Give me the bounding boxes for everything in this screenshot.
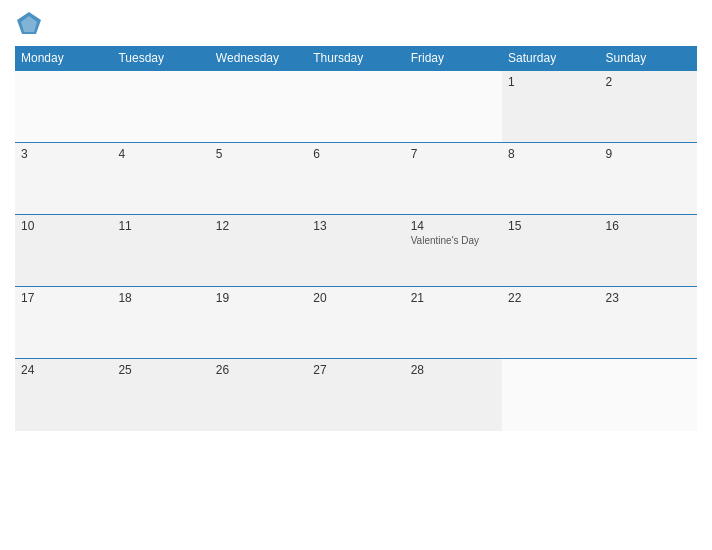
weekday-header-row: MondayTuesdayWednesdayThursdayFridaySatu… (15, 46, 697, 71)
day-number: 20 (313, 291, 398, 305)
calendar-cell: 26 (210, 359, 307, 431)
day-number: 18 (118, 291, 203, 305)
day-number: 25 (118, 363, 203, 377)
calendar-cell (600, 359, 697, 431)
day-number: 24 (21, 363, 106, 377)
day-number: 5 (216, 147, 301, 161)
week-row-5: 2425262728 (15, 359, 697, 431)
day-number: 21 (411, 291, 496, 305)
calendar-cell: 22 (502, 287, 599, 359)
calendar-cell: 1 (502, 71, 599, 143)
calendar-cell (307, 71, 404, 143)
calendar-cell: 23 (600, 287, 697, 359)
calendar-cell: 14Valentine's Day (405, 215, 502, 287)
day-number: 26 (216, 363, 301, 377)
weekday-monday: Monday (15, 46, 112, 71)
header (15, 10, 697, 38)
day-number: 8 (508, 147, 593, 161)
calendar-cell: 19 (210, 287, 307, 359)
weekday-friday: Friday (405, 46, 502, 71)
calendar-cell: 15 (502, 215, 599, 287)
event-label: Valentine's Day (411, 235, 496, 246)
day-number: 16 (606, 219, 691, 233)
calendar-cell: 27 (307, 359, 404, 431)
day-number: 9 (606, 147, 691, 161)
weekday-saturday: Saturday (502, 46, 599, 71)
calendar-cell: 21 (405, 287, 502, 359)
week-row-3: 1011121314Valentine's Day1516 (15, 215, 697, 287)
calendar-cell: 17 (15, 287, 112, 359)
calendar-cell: 3 (15, 143, 112, 215)
week-row-1: 12 (15, 71, 697, 143)
day-number: 17 (21, 291, 106, 305)
calendar-cell: 2 (600, 71, 697, 143)
calendar-cell: 5 (210, 143, 307, 215)
calendar-cell (112, 71, 209, 143)
calendar-cell (502, 359, 599, 431)
week-row-2: 3456789 (15, 143, 697, 215)
day-number: 15 (508, 219, 593, 233)
day-number: 13 (313, 219, 398, 233)
day-number: 1 (508, 75, 593, 89)
calendar-cell (15, 71, 112, 143)
logo-icon (15, 10, 43, 38)
weekday-tuesday: Tuesday (112, 46, 209, 71)
logo (15, 10, 47, 38)
calendar-header: MondayTuesdayWednesdayThursdayFridaySatu… (15, 46, 697, 71)
calendar-cell (210, 71, 307, 143)
weekday-sunday: Sunday (600, 46, 697, 71)
calendar-cell: 28 (405, 359, 502, 431)
day-number: 3 (21, 147, 106, 161)
calendar-cell: 24 (15, 359, 112, 431)
calendar-table: MondayTuesdayWednesdayThursdayFridaySatu… (15, 46, 697, 431)
calendar-cell: 11 (112, 215, 209, 287)
day-number: 7 (411, 147, 496, 161)
day-number: 4 (118, 147, 203, 161)
weekday-thursday: Thursday (307, 46, 404, 71)
calendar-cell: 12 (210, 215, 307, 287)
calendar-cell: 13 (307, 215, 404, 287)
day-number: 2 (606, 75, 691, 89)
day-number: 10 (21, 219, 106, 233)
day-number: 12 (216, 219, 301, 233)
calendar-cell (405, 71, 502, 143)
calendar-cell: 4 (112, 143, 209, 215)
weekday-wednesday: Wednesday (210, 46, 307, 71)
calendar-cell: 9 (600, 143, 697, 215)
calendar-body: 1234567891011121314Valentine's Day151617… (15, 71, 697, 431)
day-number: 28 (411, 363, 496, 377)
day-number: 22 (508, 291, 593, 305)
day-number: 19 (216, 291, 301, 305)
day-number: 11 (118, 219, 203, 233)
day-number: 23 (606, 291, 691, 305)
week-row-4: 17181920212223 (15, 287, 697, 359)
calendar-cell: 20 (307, 287, 404, 359)
calendar-cell: 7 (405, 143, 502, 215)
calendar-cell: 16 (600, 215, 697, 287)
day-number: 27 (313, 363, 398, 377)
day-number: 6 (313, 147, 398, 161)
calendar-cell: 8 (502, 143, 599, 215)
calendar-cell: 10 (15, 215, 112, 287)
day-number: 14 (411, 219, 496, 233)
calendar-cell: 18 (112, 287, 209, 359)
calendar-cell: 6 (307, 143, 404, 215)
calendar-cell: 25 (112, 359, 209, 431)
calendar-page: MondayTuesdayWednesdayThursdayFridaySatu… (0, 0, 712, 550)
